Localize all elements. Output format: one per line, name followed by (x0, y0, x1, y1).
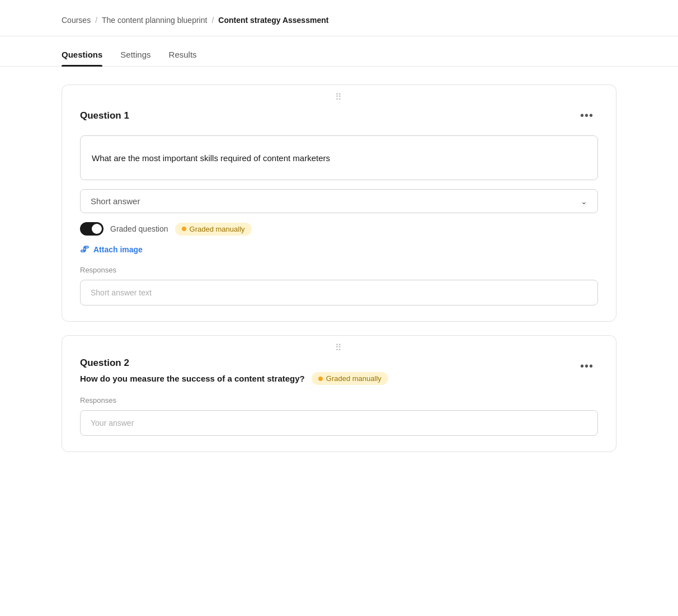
drag-dots-icon-2: ⠿ (335, 342, 343, 353)
response-input-1[interactable]: Short answer text (80, 280, 598, 305)
chevron-down-icon: ⌄ (581, 197, 587, 206)
question-2-card: ⠿ Question 2 How do you measure the succ… (62, 335, 616, 452)
tab-settings[interactable]: Settings (120, 41, 150, 66)
question-2-text: How do you measure the success of a cont… (80, 374, 305, 383)
paperclip-icon: 🖇 (80, 244, 89, 255)
answer-type-select[interactable]: Short answer ⌄ (80, 189, 598, 213)
response-input-2[interactable]: Your answer (80, 410, 598, 436)
question-1-text[interactable]: What are the most important skills requi… (80, 135, 598, 180)
badge-dot-2 (318, 377, 323, 381)
graded-question-label: Graded question (110, 224, 168, 233)
graded-manually-label-1: Graded manually (190, 225, 245, 233)
graded-manually-label-2: Graded manually (326, 374, 382, 383)
drag-dots-icon: ⠿ (335, 92, 343, 102)
attach-image-label: Attach image (93, 245, 143, 254)
graded-row: Graded question Graded manually (80, 222, 598, 236)
question-2-title: Question 2 (80, 358, 388, 369)
drag-handle-2[interactable]: ⠿ (80, 336, 598, 358)
breadcrumb-sep-2: / (211, 16, 214, 25)
attach-image-button[interactable]: 🖇 Attach image (80, 244, 143, 255)
question-1-more-button[interactable]: ••• (576, 107, 598, 124)
toggle-knob (92, 224, 102, 234)
tabs-bar: Questions Settings Results (0, 41, 678, 67)
response-placeholder-2: Your answer (91, 418, 134, 427)
graded-manually-badge-2: Graded manually (312, 372, 388, 385)
breadcrumb: Courses / The content planning blueprint… (0, 0, 678, 36)
question-2-title-area: Question 2 How do you measure the succes… (80, 358, 388, 385)
main-content: ⠿ Question 1 ••• What are the most impor… (0, 67, 678, 470)
breadcrumb-current: Content strategy Assessment (218, 16, 328, 25)
breadcrumb-courses[interactable]: Courses (62, 16, 91, 25)
tab-questions[interactable]: Questions (62, 41, 102, 66)
breadcrumb-sep-1: / (95, 16, 97, 25)
badge-dot-1 (182, 227, 186, 231)
breadcrumb-course[interactable]: The content planning blueprint (102, 16, 207, 25)
question-1-title: Question 1 (80, 110, 129, 121)
question-2-more-button[interactable]: ••• (576, 358, 598, 375)
responses-label-2: Responses (80, 396, 598, 405)
question-1-header: Question 1 ••• (80, 107, 598, 124)
graded-manually-badge-1: Graded manually (175, 223, 252, 236)
answer-type-label: Short answer (91, 196, 140, 206)
question-2-inline-row: How do you measure the success of a cont… (80, 372, 388, 385)
graded-toggle[interactable] (80, 222, 103, 236)
question-2-header: Question 2 How do you measure the succes… (80, 358, 598, 385)
responses-label-1: Responses (80, 266, 598, 274)
response-placeholder-1: Short answer text (91, 288, 152, 297)
tab-results[interactable]: Results (169, 41, 197, 66)
question-1-card: ⠿ Question 1 ••• What are the most impor… (62, 84, 616, 322)
drag-handle-1[interactable]: ⠿ (80, 85, 598, 107)
